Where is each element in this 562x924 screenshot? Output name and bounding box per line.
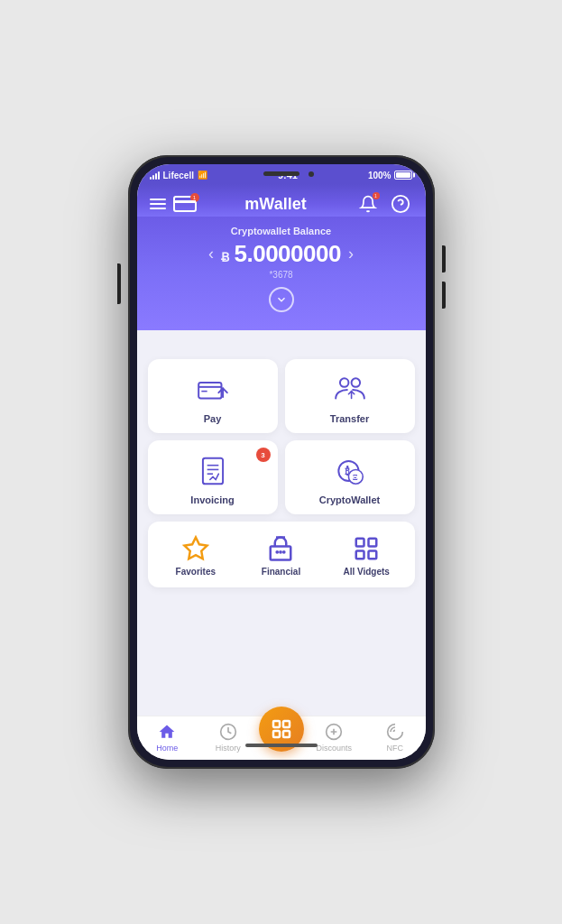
balance-value: 5.0000000 (235, 240, 341, 267)
home-icon (157, 722, 177, 742)
balance-next-button[interactable]: › (348, 245, 354, 263)
svg-rect-27 (273, 721, 280, 727)
speaker (263, 171, 299, 176)
svg-rect-29 (273, 731, 280, 737)
home-nav-label: Home (156, 744, 178, 753)
invoicing-badge: 3 (256, 448, 271, 462)
svg-rect-25 (369, 551, 377, 559)
svg-rect-30 (283, 731, 290, 737)
discounts-icon (324, 722, 344, 742)
header-right-actions: 1 (355, 191, 413, 217)
pay-icon (195, 372, 231, 408)
carrier-name: Lifecell (163, 171, 194, 180)
card-notification-badge: 1 (190, 193, 199, 202)
help-button[interactable] (388, 191, 413, 217)
service-grid: Pay Transfer (148, 359, 415, 514)
svg-point-6 (339, 378, 348, 387)
nav-home[interactable]: Home (137, 722, 198, 753)
svg-rect-22 (356, 539, 364, 547)
svg-rect-24 (356, 551, 364, 559)
nfc-nav-label: NFC (387, 744, 404, 753)
svg-rect-23 (369, 539, 377, 547)
history-nav-label: History (216, 744, 241, 753)
status-right: 100% (368, 171, 413, 180)
notification-bell-button[interactable]: 1 (355, 191, 381, 217)
transfer-card[interactable]: Transfer (285, 359, 415, 433)
invoicing-card[interactable]: 3 Invoicing (148, 440, 278, 514)
cryptowallet-icon: ₿ Ξ (332, 453, 368, 489)
battery-icon (394, 171, 412, 180)
cryptowallet-label: CryptoWallet (319, 494, 380, 505)
app-title: mWallet (244, 195, 306, 214)
transfer-label: Transfer (330, 413, 369, 424)
transfer-icon (332, 372, 368, 408)
widgets-row: Favorites Financial (148, 522, 415, 587)
expand-balance-button[interactable] (269, 287, 294, 312)
svg-rect-8 (202, 458, 222, 485)
svg-rect-28 (283, 721, 290, 727)
signal-icon (150, 171, 160, 180)
volume-up-button[interactable] (442, 245, 446, 273)
app-header: 1 mWallet 1 (137, 184, 426, 217)
svg-point-7 (351, 378, 360, 387)
financial-label: Financial (262, 567, 300, 577)
header-left-actions: 1 (150, 196, 197, 212)
favorites-icon (181, 534, 210, 563)
all-widgets-icon (352, 534, 381, 563)
svg-marker-16 (184, 538, 207, 559)
all-widgets-label: All Vidgets (343, 567, 390, 577)
home-indicator (245, 744, 318, 747)
menu-button[interactable] (150, 199, 166, 209)
cryptowallet-card[interactable]: ₿ Ξ CryptoWallet (285, 440, 415, 514)
phone-screen: Lifecell 📶 9:41 100% 1 (137, 164, 426, 760)
financial-widget[interactable]: Financial (240, 531, 322, 580)
history-icon (218, 722, 238, 742)
nfc-icon (385, 722, 405, 742)
nav-history[interactable]: History (198, 722, 259, 753)
wifi-icon: 📶 (198, 171, 207, 180)
svg-text:Ξ: Ξ (352, 473, 357, 482)
nav-nfc[interactable]: NFC (364, 722, 426, 753)
discounts-nav-label: Discounts (316, 744, 352, 753)
favorites-widget[interactable]: Favorites (155, 531, 237, 580)
account-number: *3678 (150, 270, 413, 280)
notification-count-badge: 1 (373, 192, 380, 199)
balance-prev-button[interactable]: ‹ (208, 245, 214, 263)
card-icon[interactable]: 1 (173, 196, 197, 212)
currency-symbol: Ƀ (221, 250, 230, 264)
battery-percent: 100% (368, 171, 392, 180)
favorites-label: Favorites (176, 567, 216, 577)
invoicing-icon (195, 453, 231, 489)
financial-icon (266, 534, 295, 563)
front-camera (309, 171, 314, 177)
phone-device: Lifecell 📶 9:41 100% 1 (128, 155, 435, 769)
pay-card[interactable]: Pay (148, 359, 278, 433)
volume-down-button[interactable] (442, 282, 446, 309)
balance-label: Cryptowallet Balance (150, 226, 413, 236)
wave-divider (137, 330, 426, 348)
invoicing-label: Invoicing (190, 494, 234, 505)
status-left: Lifecell 📶 (150, 171, 207, 180)
nav-discounts[interactable]: Discounts (304, 722, 365, 753)
bottom-navigation: Home History (137, 716, 426, 760)
balance-section: Cryptowallet Balance ‹ Ƀ 5.0000000 › *36… (137, 217, 426, 330)
balance-row: ‹ Ƀ 5.0000000 › (150, 240, 413, 268)
pay-label: Pay (204, 413, 222, 424)
balance-amount: Ƀ 5.0000000 (221, 240, 341, 268)
all-widgets-widget[interactable]: All Vidgets (326, 531, 408, 580)
main-content: Pay Transfer (137, 348, 426, 716)
power-button[interactable] (117, 263, 121, 304)
